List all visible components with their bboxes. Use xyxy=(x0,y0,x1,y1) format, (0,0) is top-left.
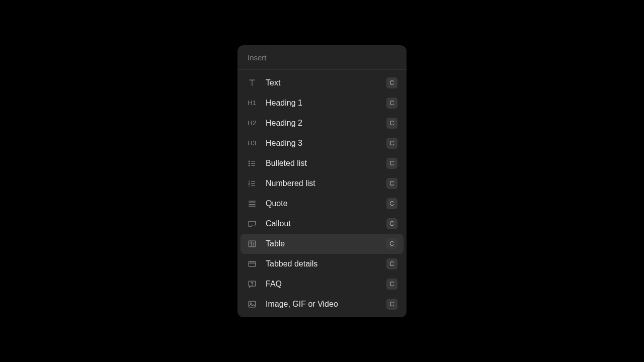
menu-item-text[interactable]: Text C xyxy=(240,73,404,93)
bulleted-list-icon xyxy=(247,158,258,169)
menu-item-label: Tabbed details xyxy=(266,259,378,268)
svg-point-2 xyxy=(249,165,250,166)
svg-rect-4 xyxy=(249,261,255,266)
insert-menu: Text C H1 Heading 1 C H2 Heading 2 C H3 … xyxy=(237,70,407,317)
menu-item-label: Heading 3 xyxy=(266,139,378,148)
menu-item-heading-3[interactable]: H3 Heading 3 C xyxy=(240,133,404,153)
table-icon xyxy=(247,238,258,249)
menu-item-faq[interactable]: FAQ C xyxy=(240,274,404,294)
shortcut-badge: C xyxy=(386,299,397,310)
shortcut-badge: C xyxy=(386,98,397,109)
shortcut-badge: C xyxy=(386,118,397,129)
shortcut-badge: C xyxy=(386,158,397,169)
menu-item-label: Text xyxy=(266,78,378,87)
menu-item-table[interactable]: Table C xyxy=(240,234,404,254)
menu-item-label: Table xyxy=(266,239,378,248)
svg-point-6 xyxy=(252,285,253,285)
shortcut-badge: C xyxy=(386,238,397,249)
menu-item-label: Heading 2 xyxy=(266,119,378,128)
insert-panel: Insert Text C H1 Heading 1 C H2 Heading … xyxy=(237,45,407,317)
shortcut-badge: C xyxy=(386,178,397,189)
svg-point-1 xyxy=(249,163,250,164)
menu-item-label: Numbered list xyxy=(266,179,378,188)
menu-item-bulleted-list[interactable]: Bulleted list C xyxy=(240,153,404,173)
menu-item-label: Image, GIF or Video xyxy=(266,300,378,309)
heading-1-icon: H1 xyxy=(247,98,258,109)
menu-item-label: FAQ xyxy=(266,280,378,289)
shortcut-badge: C xyxy=(386,279,397,290)
menu-item-label: Callout xyxy=(266,219,378,228)
menu-item-label: Bulleted list xyxy=(266,159,378,168)
shortcut-badge: C xyxy=(386,138,397,149)
callout-icon xyxy=(247,218,258,229)
svg-rect-7 xyxy=(249,301,255,307)
menu-item-label: Heading 1 xyxy=(266,99,378,108)
menu-item-label: Quote xyxy=(266,199,378,208)
svg-rect-3 xyxy=(249,241,255,247)
shortcut-badge: C xyxy=(386,77,397,88)
numbered-list-icon xyxy=(247,178,258,189)
svg-point-0 xyxy=(249,161,250,162)
menu-item-numbered-list[interactable]: Numbered list C xyxy=(240,173,404,194)
shortcut-badge: C xyxy=(386,198,397,209)
menu-item-heading-2[interactable]: H2 Heading 2 C xyxy=(240,113,404,133)
quote-icon xyxy=(247,198,258,209)
heading-2-icon: H2 xyxy=(247,118,258,129)
image-icon xyxy=(247,299,258,310)
menu-item-callout[interactable]: Callout C xyxy=(240,214,404,234)
faq-icon xyxy=(247,279,258,290)
menu-item-quote[interactable]: Quote C xyxy=(240,194,404,214)
menu-item-heading-1[interactable]: H1 Heading 1 C xyxy=(240,93,404,113)
tabbed-details-icon xyxy=(247,258,258,269)
shortcut-badge: C xyxy=(386,218,397,229)
heading-3-icon: H3 xyxy=(247,138,258,149)
panel-title: Insert xyxy=(237,45,407,70)
menu-item-tabbed-details[interactable]: Tabbed details C xyxy=(240,254,404,274)
shortcut-badge: C xyxy=(386,258,397,269)
menu-item-image[interactable]: Image, GIF or Video C xyxy=(240,294,404,314)
text-icon xyxy=(247,77,258,88)
